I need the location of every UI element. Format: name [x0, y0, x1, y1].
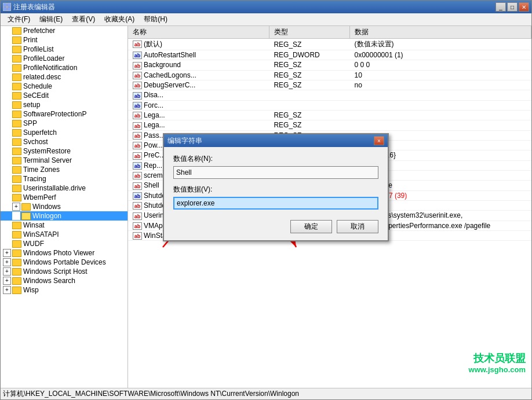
tree-item-windows[interactable]: + Windows: [1, 202, 127, 211]
folder-icon: [12, 64, 21, 72]
folder-icon: [12, 36, 21, 44]
table-row[interactable]: abAutoRestartShell REG_DWORD 0x00000001 …: [128, 50, 531, 60]
table-row[interactable]: abCachedLogons... REG_SZ 10: [128, 70, 531, 80]
tree-item-profilelist[interactable]: ProfileList: [1, 45, 127, 54]
name-input[interactable]: [173, 166, 378, 179]
table-row[interactable]: abBackground REG_SZ 0 0 0: [128, 60, 531, 70]
folder-icon: [12, 46, 21, 53]
folder-icon: [12, 92, 21, 100]
folder-icon: [12, 120, 21, 127]
folder-icon: [12, 231, 21, 238]
tree-item-winlogon[interactable]: - Winlogon: [1, 211, 127, 221]
folder-icon: [12, 249, 21, 257]
reg-data: 10: [350, 70, 531, 80]
reg-data: 0x00000001 (1): [350, 50, 531, 60]
table-row[interactable]: abDisa...: [128, 90, 531, 100]
table-row[interactable]: abDebugServerC... REG_SZ no: [128, 80, 531, 90]
menu-help[interactable]: 帮助(H): [139, 13, 172, 25]
tree-item-profileloader[interactable]: ProfileLoader: [1, 54, 127, 63]
expand-icon[interactable]: -: [12, 212, 20, 220]
minimize-button[interactable]: _: [495, 2, 506, 12]
reg-name: ab(默认): [128, 39, 269, 50]
folder-icon: [12, 268, 21, 276]
expand-icon[interactable]: +: [3, 286, 11, 294]
reg-name: abForc...: [128, 100, 269, 110]
folder-icon: [12, 287, 21, 294]
tree-item-svchost[interactable]: Svchost: [1, 137, 127, 146]
reg-sz-icon: ab: [133, 232, 142, 240]
tree-item-windows-portable[interactable]: + Windows Portable Devices: [1, 258, 127, 267]
tree-item-schedule[interactable]: Schedule: [1, 82, 127, 91]
expand-icon[interactable]: +: [3, 249, 11, 257]
svg-rect-0: [3, 3, 6, 6]
watermark-cn-text: 技术员联盟: [469, 351, 526, 365]
folder-icon: [12, 166, 21, 174]
tree-item-tracing[interactable]: Tracing: [1, 174, 127, 184]
tree-item-systemrestore[interactable]: SystemRestore: [1, 146, 127, 156]
tree-item-winsat[interactable]: Winsat: [1, 221, 127, 230]
value-input[interactable]: [173, 197, 378, 210]
tree-item-setup[interactable]: setup: [1, 100, 127, 109]
expand-icon[interactable]: +: [3, 258, 11, 266]
table-row[interactable]: abForc...: [128, 100, 531, 110]
expand-icon[interactable]: +: [12, 203, 20, 211]
tree-item-windows-search[interactable]: + Windows Search: [1, 276, 127, 285]
maximize-button[interactable]: □: [507, 2, 518, 12]
tree-item-terminal-server[interactable]: Terminal Server: [1, 156, 127, 165]
expand-icon[interactable]: +: [3, 267, 11, 276]
reg-sz-icon: ab: [133, 222, 142, 230]
close-button[interactable]: ✕: [519, 2, 529, 12]
reg-sz-icon: ab: [133, 202, 142, 210]
tree-item-profilenotification[interactable]: ProfileNotification: [1, 63, 127, 72]
tree-item-print[interactable]: Print: [1, 35, 127, 45]
tree-item-winsatapi[interactable]: WinSATAPI: [1, 230, 127, 239]
tree-item-spp[interactable]: SPP: [1, 119, 127, 128]
reg-sz-icon: ab: [133, 152, 142, 160]
reg-type: REG_SZ: [269, 39, 349, 50]
dialog-title-text: 编辑字符串: [167, 136, 202, 146]
reg-dword-icon: ab: [133, 162, 142, 170]
tree-item-superfetch[interactable]: Superfetch: [1, 128, 127, 137]
reg-sz-icon: ab: [133, 62, 142, 69]
table-row[interactable]: abLega... REG_SZ: [128, 110, 531, 120]
tree-item-related[interactable]: related.desc: [1, 72, 127, 82]
folder-icon: [12, 175, 21, 183]
expand-icon[interactable]: +: [3, 277, 11, 285]
main-area: Prefetcher Print ProfileList ProfileLoad…: [1, 26, 531, 388]
tree-item-wbemperf[interactable]: WbemPerf: [1, 193, 127, 202]
tree-item-wisp[interactable]: + Wisp: [1, 285, 127, 295]
table-row[interactable]: abLega... REG_SZ: [128, 120, 531, 130]
reg-dword-icon: ab: [133, 92, 142, 100]
reg-sz-icon: ab: [133, 112, 142, 119]
tree-item-windows-photo-viewer[interactable]: + Windows Photo Viewer: [1, 248, 127, 258]
tree-item-softwareprot[interactable]: SoftwareProtectionP: [1, 109, 127, 119]
menu-file[interactable]: 文件(F): [3, 13, 35, 25]
reg-data: [350, 120, 531, 130]
tree-item-prefetcher[interactable]: Prefetcher: [1, 26, 127, 35]
status-path: 计算机\HKEY_LOCAL_MACHINE\SOFTWARE\Microsof…: [3, 389, 299, 399]
reg-dword-icon: ab: [133, 192, 142, 200]
app-icon: [3, 3, 11, 11]
dialog-close-button[interactable]: ×: [374, 136, 384, 145]
edit-string-dialog: 编辑字符串 × 数值名称(N): 数值数据(V): 确定 取消: [163, 133, 389, 241]
tree-item-timezones[interactable]: Time Zones: [1, 165, 127, 174]
reg-type: REG_SZ: [269, 120, 349, 130]
menu-view[interactable]: 查看(V): [67, 13, 100, 25]
menu-edit[interactable]: 编辑(E): [35, 13, 67, 25]
reg-sz-icon: ab: [133, 182, 142, 190]
reg-type: REG_SZ: [269, 110, 349, 120]
tree-item-wudf[interactable]: WUDF: [1, 239, 127, 248]
tree-item-windows-script[interactable]: + Windows Script Host: [1, 267, 127, 276]
dialog-title-bar: 编辑字符串 ×: [164, 134, 388, 147]
table-row[interactable]: ab(默认) REG_SZ (数值未设置): [128, 39, 531, 50]
folder-icon: [12, 111, 21, 118]
title-bar-text: 注册表编辑器: [3, 2, 55, 12]
reg-name: abAutoRestartShell: [128, 50, 269, 60]
reg-sz-icon: ab: [133, 72, 142, 79]
menu-favorites[interactable]: 收藏夹(A): [100, 13, 139, 25]
reg-name: abDebugServerC...: [128, 80, 269, 90]
tree-item-secedit[interactable]: SeCEdit: [1, 91, 127, 100]
ok-button[interactable]: 确定: [290, 220, 332, 233]
tree-item-userinstallable[interactable]: Userinstallable.drive: [1, 184, 127, 193]
cancel-button[interactable]: 取消: [337, 220, 378, 233]
